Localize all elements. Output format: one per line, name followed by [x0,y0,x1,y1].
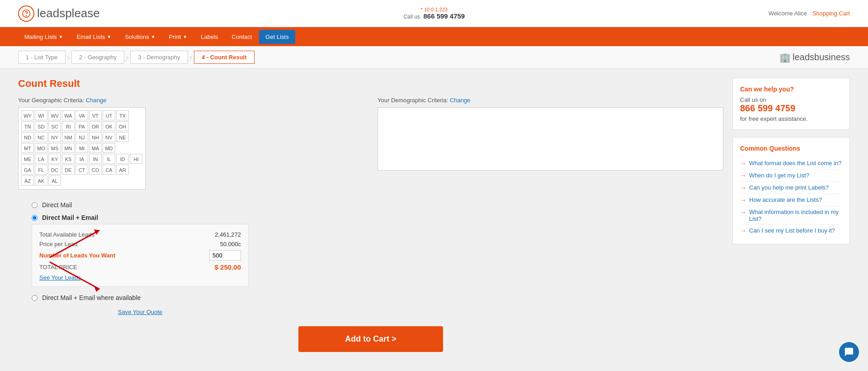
question-link-6[interactable]: Can I see my List before I buy it? [749,227,835,234]
state-cell: UT [103,110,115,120]
state-row: AZ AK AL [21,176,142,186]
total-leads-row: Total Available Leads 2,461,272 [39,230,241,239]
ip-address: * 10.0.1.223 [403,7,465,12]
state-cell: MS [48,143,61,153]
state-cell: TX [116,110,129,120]
question-link-4[interactable]: How accurate are the Lists? [749,196,822,203]
chevron-down-icon: ▼ [59,34,63,39]
state-cell: NE [116,132,129,142]
sidebar-questions-title: Common Questions [740,145,842,152]
top-bar: leadsplease * 10.0.1.223 Call us 866 599… [0,0,868,27]
nav-mailing-lists[interactable]: Mailing Lists ▼ [18,30,69,44]
question-link-3[interactable]: Can you help me print Labels? [749,184,829,191]
demographic-label: Your Demographic Criteria: Change [377,97,723,104]
state-cell: NH [89,132,102,142]
state-cell: AZ [21,176,34,186]
option-direct-mail-email: Direct Mail + Email Total Available Lead… [32,211,723,287]
logo: leadsplease [18,5,100,22]
arrow-icon: → [740,184,746,191]
state-cell: MA [89,143,102,153]
question-item-3: → Can you help me print Labels? [740,182,842,194]
option-direct-mail: Direct Mail [32,199,723,211]
nav-contact[interactable]: Contact [226,30,259,44]
state-cell: SD [35,121,47,131]
breadcrumb-step-1[interactable]: 1 - List Type [18,51,66,64]
state-cell: DC [48,165,61,175]
state-cell: OK [103,121,115,131]
breadcrumb: 1 - List Type › 2 - Geography › 3 - Demo… [0,46,868,69]
state-cell: AR [116,165,129,175]
direct-mail-email-radio[interactable] [32,215,38,221]
direct-mail-email-label[interactable]: Direct Mail + Email [42,214,98,221]
state-row: MT MO MS MN MI MA MD [21,143,142,153]
sidebar: Can we help you? Call us on 866 599 4759… [732,78,850,361]
state-cell: IL [103,154,115,164]
price-per-lead-row: Price per Lead 50.000c [39,239,241,249]
state-cell: SC [48,121,61,131]
number-of-leads-input[interactable] [209,250,241,261]
call-label: Call us 866 599 4759 [403,12,465,20]
state-cell: LA [35,154,47,164]
breadcrumb-arrow: › [126,53,128,62]
state-cell: OR [89,121,102,131]
state-row: ME LA KY KS IA IN IL ID HI [21,154,142,164]
welcome-text: Welcome Alice [769,10,807,17]
question-item-6: → Can I see my List before I buy it? [740,225,842,237]
add-to-cart-button[interactable]: Add to Cart > [298,326,443,352]
nav-bar: Mailing Lists ▼ Email Lists ▼ Solutions … [0,27,868,46]
see-leads-link[interactable]: See Your Leads [39,274,241,281]
state-cell: CA [103,165,115,175]
chevron-down-icon: ▼ [151,34,156,39]
state-cell: AL [48,176,61,186]
logo-icon [18,5,34,22]
direct-mail-email-available-label[interactable]: Direct Mail + Email where available [42,294,141,301]
options-container: Direct Mail Direct Mail + Email Total Av… [18,199,723,315]
state-cell: WV [48,110,61,120]
nav-labels[interactable]: Labels [194,30,224,44]
save-quote-link[interactable]: Save Your Quote [32,309,249,315]
main-container: Count Result Your Geographic Criteria: C… [0,69,868,370]
nav-email-lists[interactable]: Email Lists ▼ [70,30,118,44]
nav-get-lists[interactable]: Get Lists [259,30,295,44]
state-cell: MO [35,143,47,153]
sidebar-help-title: Can we help you? [740,86,842,93]
breadcrumb-step-2[interactable]: 2 - Geography [71,51,124,64]
question-item-1: → What format does the List come in? [740,157,842,170]
main-content: Count Result Your Geographic Criteria: C… [18,78,723,361]
state-cell: HI [130,154,142,164]
question-link-2[interactable]: When do I get my List? [749,172,809,179]
arrow-icon: → [740,172,746,179]
question-link-5[interactable]: What information is included in my List? [749,209,842,222]
breadcrumb-step-4[interactable]: 4 - Count Result [194,51,255,64]
geographic-change-link[interactable]: Change [86,97,107,104]
top-right: Welcome Alice Shopping Cart [769,10,850,17]
state-row: ND NC NY NM NJ NH NV NE [21,132,142,142]
direct-mail-radio[interactable] [32,202,38,208]
state-cell: MD [103,143,115,153]
question-item-4: → How accurate are the Lists? [740,194,842,206]
state-cell: FL [35,165,47,175]
svg-point-1 [26,15,26,16]
sidebar-sub: for free expert assistance. [740,115,842,122]
state-cell: PA [75,121,88,131]
criteria-section: Your Geographic Criteria: Change WY WI W… [18,97,723,190]
direct-mail-label[interactable]: Direct Mail [42,201,72,209]
demographic-change-link[interactable]: Change [450,97,471,104]
nav-solutions[interactable]: Solutions ▼ [118,30,161,44]
shopping-cart-link[interactable]: Shopping Cart [812,10,850,17]
breadcrumb-step-3[interactable]: 3 - Demography [130,51,188,64]
demographic-col: Your Demographic Criteria: Change [377,97,723,190]
top-center: * 10.0.1.223 Call us 866 599 4759 [403,7,465,20]
question-item-5: → What information is included in my Lis… [740,206,842,225]
logo-text: leadsplease [37,6,100,20]
state-grid: WY WI WV WA VA VT UT TX TN SD SC RI [18,107,146,190]
state-row: WY WI WV WA VA VT UT TX [21,110,142,120]
sidebar-call-label: Call us on 866 599 4759 [740,96,842,114]
geographic-label: Your Geographic Criteria: Change [18,97,364,104]
direct-mail-email-available-radio[interactable] [32,295,38,301]
question-link-1[interactable]: What format does the List come in? [749,160,841,166]
nav-print[interactable]: Print ▼ [163,30,194,44]
chat-button[interactable] [839,342,859,362]
geographic-col: Your Geographic Criteria: Change WY WI W… [18,97,364,190]
chevron-down-icon: ▼ [107,34,111,39]
